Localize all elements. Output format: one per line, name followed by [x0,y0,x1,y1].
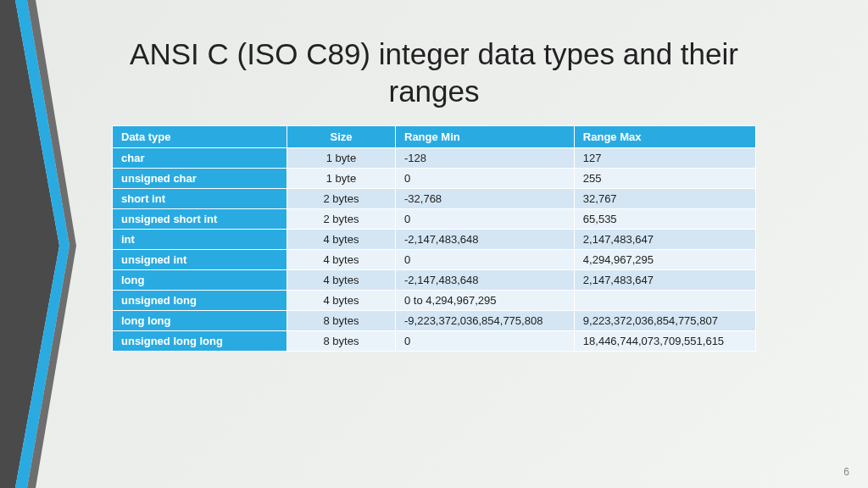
table-row: char1 byte-128127 [113,147,756,168]
cell-max: 9,223,372,036,854,775,807 [574,310,755,330]
cell-max: 18,446,744,073,709,551,615 [574,330,755,351]
cell-datatype: char [113,147,287,168]
cell-size: 4 bytes [287,249,396,269]
col-header-size: Size [287,125,396,147]
cell-min: 0 [396,168,575,188]
table-row: short int2 bytes-32,76832,767 [113,188,756,208]
col-header-max: Range Max [574,125,755,147]
table-row: int4 bytes-2,147,483,6482,147,483,647 [113,229,756,249]
table-row: unsigned long4 bytes0 to 4,294,967,295 [113,290,756,310]
cell-max: 255 [574,168,755,188]
cell-max: 65,535 [574,208,755,229]
cell-size: 4 bytes [287,269,396,290]
cell-size: 4 bytes [287,290,396,310]
table-row: unsigned short int2 bytes065,535 [113,208,756,229]
table-row: unsigned char1 byte0255 [113,168,756,188]
cell-datatype: unsigned long long [113,330,287,351]
table-row: long long8 bytes-9,223,372,036,854,775,8… [113,310,756,330]
cell-max: 4,294,967,295 [574,249,755,269]
cell-max: 32,767 [574,188,755,208]
cell-size: 2 bytes [287,188,396,208]
cell-datatype: unsigned char [113,168,287,188]
cell-max: 2,147,483,647 [574,269,755,290]
cell-min: 0 [396,330,575,351]
table-header-row: Data type Size Range Min Range Max [113,125,756,147]
cell-min: 0 [396,249,575,269]
cell-max: 127 [574,147,755,168]
cell-min: -32,768 [396,188,575,208]
cell-size: 1 byte [287,147,396,168]
cell-datatype: int [113,229,287,249]
slide-title: ANSI C (ISO C89) integer data types and … [0,0,868,125]
table-row: long4 bytes-2,147,483,6482,147,483,647 [113,269,756,290]
cell-datatype: short int [113,188,287,208]
cell-max: 2,147,483,647 [574,229,755,249]
cell-size: 8 bytes [287,330,396,351]
data-types-table-container: Data type Size Range Min Range Max char1… [112,125,756,352]
cell-size: 8 bytes [287,310,396,330]
cell-datatype: unsigned long [113,290,287,310]
cell-min: -2,147,483,648 [396,229,575,249]
cell-max [574,290,755,310]
cell-datatype: long [113,269,287,290]
cell-min: -2,147,483,648 [396,269,575,290]
table-row: unsigned int4 bytes04,294,967,295 [113,249,756,269]
cell-size: 4 bytes [287,229,396,249]
cell-size: 2 bytes [287,208,396,229]
page-number: 6 [843,466,849,478]
cell-min: -128 [396,147,575,168]
col-header-min: Range Min [396,125,575,147]
cell-datatype: long long [113,310,287,330]
cell-min: 0 [396,208,575,229]
cell-datatype: unsigned short int [113,208,287,229]
cell-datatype: unsigned int [113,249,287,269]
col-header-datatype: Data type [113,125,287,147]
cell-min: -9,223,372,036,854,775,808 [396,310,575,330]
cell-min: 0 to 4,294,967,295 [396,290,575,310]
table-row: unsigned long long8 bytes018,446,744,073… [113,330,756,351]
data-types-table: Data type Size Range Min Range Max char1… [112,125,756,352]
cell-size: 1 byte [287,168,396,188]
